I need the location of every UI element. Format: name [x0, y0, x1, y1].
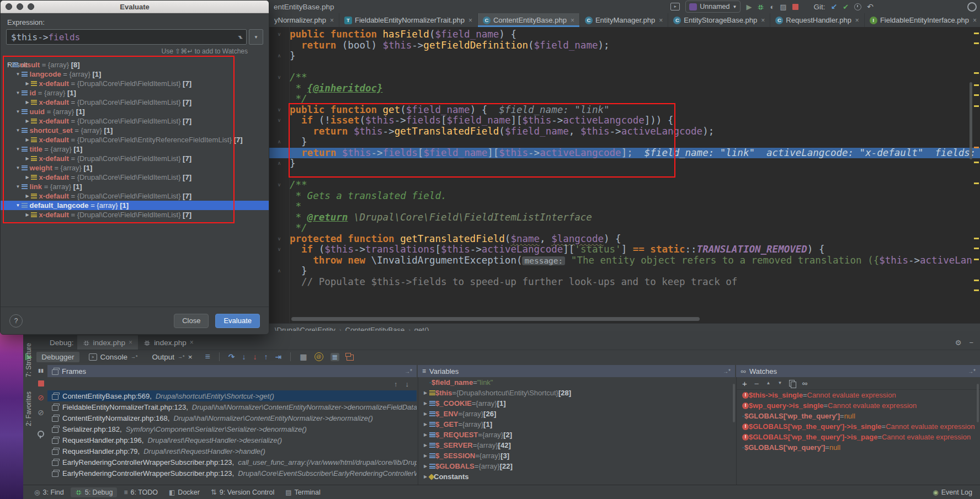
tab-console[interactable]: >Console→* [84, 352, 143, 362]
move-up-icon[interactable]: ▲ [766, 381, 771, 385]
result-tree-row[interactable]: ▶ x-default = {Drupal\Core\Field\FieldIt… [1, 79, 269, 88]
step-out-icon[interactable]: ↑ [264, 353, 268, 361]
tab-output[interactable]: Output→*× [147, 352, 198, 362]
restore-layout-icon[interactable] [347, 355, 354, 361]
close-tab-icon[interactable]: × [129, 339, 132, 346]
frame-row[interactable]: RequestHandler.php:79,Drupal\rest\Reques… [47, 446, 417, 457]
frame-row[interactable]: FieldableEntityNormalizerTrait.php:123,D… [47, 401, 417, 412]
result-tree-row[interactable]: ▶ x-default = {Drupal\Core\Field\FieldIt… [1, 154, 269, 163]
close-tab-icon[interactable]: × [659, 17, 663, 24]
fold-marker-icon[interactable]: ∨ [276, 235, 283, 242]
result-tree-row[interactable]: ▼ result = {array} [8] [1, 60, 269, 69]
close-tab-icon[interactable]: × [761, 17, 765, 24]
watch-row[interactable]: ! $GLOBALS['wp_the_query']->is_single = … [737, 421, 980, 432]
watches-scrollbar[interactable] [977, 384, 979, 422]
editor-tab[interactable]: TFieldableEntityNormalizerTrait.php× [339, 13, 478, 27]
search-everywhere-icon[interactable] [967, 2, 977, 12]
fold-marker-icon[interactable]: ∨ [276, 31, 283, 37]
expression-history-dropdown[interactable]: ▼ [249, 29, 263, 45]
collapse-arrow-icon[interactable]: ▼ [14, 147, 22, 152]
move-down-icon[interactable]: ▼ [777, 381, 782, 385]
result-tree-row[interactable]: ▶ x-default = {Drupal\Core\Field\FieldIt… [1, 98, 269, 107]
expand-arrow-icon[interactable]: ▶ [24, 81, 31, 86]
git-history-icon[interactable] [854, 3, 861, 10]
result-tree-row[interactable]: ▼ default_langcode = {array} [1] [1, 201, 269, 210]
editor-gutter[interactable]: ∨∧∨∨∨∧∧∨∨∨∧ [269, 27, 290, 323]
sidebar-item-favorites[interactable]: 2: Favorites [25, 391, 33, 426]
collapse-arrow-icon[interactable]: ▼ [14, 72, 22, 77]
run-tool-window-icon[interactable]: ▸ [670, 3, 680, 10]
variable-row[interactable]: ▶ $_SESSION = {array} [3] [418, 450, 736, 461]
editor-tab[interactable]: CEntityManager.php× [580, 13, 668, 27]
expand-arrow-icon[interactable]: ▶ [24, 137, 31, 142]
debug-bug-icon[interactable] [757, 3, 764, 10]
status-item----find[interactable]: ◎3: Find [30, 487, 68, 497]
fold-marker-icon[interactable]: ∨ [276, 246, 283, 253]
frames-up-icon[interactable]: ↑ [394, 380, 398, 388]
variable-row[interactable]: $field_name = "link" [418, 377, 736, 388]
status-item----debug[interactable]: 5: Debug [71, 487, 118, 497]
collapse-arrow-icon[interactable]: ▼ [14, 90, 22, 95]
result-tree-row[interactable]: ▶ x-default = {Drupal\Core\Field\FieldIt… [1, 210, 269, 219]
frames-down-icon[interactable]: ↓ [406, 380, 409, 388]
close-tab-icon[interactable]: × [468, 17, 472, 24]
result-tree-row[interactable]: ▶ x-default = {Drupal\Core\Field\FieldIt… [1, 191, 269, 201]
frame-row[interactable]: EarlyRenderingControllerWrapperSubscribe… [47, 468, 417, 479]
expand-arrow-icon[interactable]: ▶ [422, 390, 429, 395]
editor-tab[interactable]: CEntityStorageBase.php× [668, 13, 770, 27]
collapse-arrow-icon[interactable]: ▼ [14, 184, 22, 189]
variables-scrollbar[interactable] [733, 384, 735, 422]
result-tree-row[interactable]: ▼ id = {array} [1] [1, 88, 269, 98]
frame-row[interactable]: Serializer.php:182,Symfony\Component\Ser… [47, 423, 417, 434]
expand-arrow-icon[interactable]: ▶ [24, 212, 31, 217]
result-tree-row[interactable]: ▼ weight = {array} [1] [1, 163, 269, 173]
expand-arrow-icon[interactable]: ▶ [422, 411, 429, 416]
fold-marker-icon[interactable]: ∨ [276, 74, 283, 81]
result-tree-row[interactable]: ▼ shortcut_set = {array} [1] [1, 126, 269, 135]
status-item-docker[interactable]: ◧Docker [164, 487, 204, 497]
fold-marker-icon[interactable]: ∧ [276, 52, 283, 59]
watch-row[interactable]: ! $GLOBALS['wp_the_query']->is_page = Ca… [737, 432, 980, 442]
status-item----todo[interactable]: ≡6: TODO [119, 487, 162, 497]
expand-arrow-icon[interactable]: ▶ [422, 401, 429, 406]
expression-input[interactable]: $this->fields ◥◣ [6, 29, 247, 45]
gear-icon[interactable]: ⚙ [955, 339, 962, 346]
result-tree-row[interactable]: ▶ x-default = {Drupal\Core\Field\FieldIt… [1, 116, 269, 126]
expand-arrow-icon[interactable]: ▶ [422, 432, 429, 437]
watch-row[interactable]: $GLOBALS['wp_the_query'] = null [737, 411, 980, 421]
status-event-log[interactable]: ◉ Event Log [933, 489, 980, 496]
editor-tab[interactable]: CRequestHandler.php× [770, 13, 865, 27]
expand-arrow-icon[interactable]: ▶ [24, 156, 31, 161]
variable-row[interactable]: ▶ $_SERVER = {array} [42] [418, 440, 736, 450]
git-update-icon[interactable]: ↙ [831, 3, 838, 10]
play-icon[interactable]: ▶ [746, 3, 752, 10]
expand-arrow-icon[interactable]: ▶ [24, 194, 31, 198]
float-panel-icon[interactable]: →* [404, 368, 412, 374]
collapse-arrow-icon[interactable]: ▼ [14, 128, 22, 133]
editor-tab[interactable]: yNormalizer.php× [269, 13, 339, 27]
mark-object-icon[interactable]: @ [315, 352, 323, 361]
expand-arrow-icon[interactable]: ▶ [24, 175, 31, 180]
fold-marker-icon[interactable]: ∨ [276, 117, 283, 124]
collapse-arrow-icon[interactable]: ▼ [14, 165, 22, 170]
remove-icon[interactable]: − [754, 379, 759, 388]
debug-session-tab[interactable]: index.php× [77, 335, 139, 350]
frame-row[interactable]: EarlyRenderingControllerWrapperSubscribe… [47, 457, 417, 468]
fold-marker-icon[interactable]: ∨ [276, 106, 283, 113]
expand-arrow-icon[interactable]: ▶ [422, 453, 429, 458]
vertical-scrollbar[interactable] [970, 82, 972, 159]
expand-arrow-icon[interactable]: ▶ [24, 100, 31, 105]
close-tab-icon[interactable]: × [571, 17, 574, 24]
variable-row[interactable]: ▶ $_GET = {array} [1] [418, 419, 736, 430]
coverage-icon[interactable]: ▨ [780, 3, 786, 10]
close-tab-icon[interactable]: × [330, 17, 334, 24]
evaluate-button[interactable]: Evaluate [215, 314, 260, 328]
git-rollback-icon[interactable]: ↶ [867, 3, 874, 10]
frame-row[interactable]: RequestHandler.php:196,Drupal\rest\Reque… [47, 434, 417, 446]
watch-row[interactable]: $GLOBALS['wp_query'] = null [737, 442, 980, 453]
add-icon[interactable]: + [742, 379, 747, 388]
close-button[interactable]: Close [174, 314, 209, 328]
result-tree-row[interactable]: ▼ langcode = {array} [1] [1, 69, 269, 79]
result-tree-row[interactable]: ▼ title = {array} [1] [1, 144, 269, 154]
collapse-arrow-icon[interactable]: ▼ [5, 62, 12, 67]
